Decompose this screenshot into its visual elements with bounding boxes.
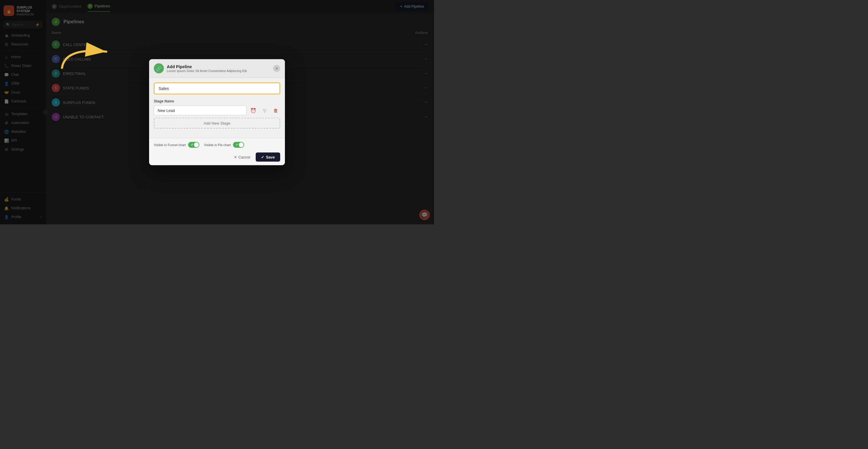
modal-subtitle: Lorem Ipsum Dolor Sit Amet Consectetur A…	[167, 69, 270, 73]
modal-header-icon: 🔗	[154, 63, 164, 73]
stage-row: ⏰ ▽ 🗑	[154, 106, 280, 116]
stage-delete-button[interactable]: 🗑	[271, 106, 280, 115]
add-pipeline-modal: 🔗 Add Pipeline Lorem Ipsum Dolor Sit Ame…	[149, 59, 285, 165]
save-check-icon: ✓	[261, 155, 264, 159]
pie-chart-toggle-group: Visible in Pie chart ✓	[204, 142, 244, 148]
add-new-stage-button[interactable]: Add New Stage	[154, 118, 280, 129]
cancel-x-icon: ✕	[234, 155, 237, 159]
modal-title: Add Pipeline	[167, 64, 270, 69]
stage-section-label: Stage Name	[154, 99, 280, 103]
funnel-chart-toggle[interactable]: ✓	[188, 142, 199, 148]
cancel-button[interactable]: ✕ Cancel	[231, 153, 253, 161]
modal-close-button[interactable]: ×	[273, 65, 280, 72]
funnel-chart-toggle-group: Visible in Funnel chart ✓	[154, 142, 199, 148]
pie-toggle-label: Visible in Pie chart	[204, 143, 230, 147]
pie-chart-toggle[interactable]: ✓	[233, 142, 244, 148]
stage-name-input[interactable]	[154, 106, 247, 116]
modal-footer: Visible in Funnel chart ✓ Visible in Pie…	[149, 138, 285, 165]
stage-timer-button[interactable]: ⏰	[249, 106, 258, 115]
modal-header-text: Add Pipeline Lorem Ipsum Dolor Sit Amet …	[167, 64, 270, 73]
funnel-toggle-label: Visible in Funnel chart	[154, 143, 186, 147]
pipeline-name-input[interactable]	[154, 83, 280, 94]
save-button[interactable]: ✓ Save	[256, 153, 280, 162]
modal-header: 🔗 Add Pipeline Lorem Ipsum Dolor Sit Ame…	[149, 59, 285, 78]
modal-footer-actions: ✕ Cancel ✓ Save	[231, 153, 280, 162]
stage-filter-button[interactable]: ▽	[260, 106, 269, 115]
modal-body: Stage Name ⏰ ▽ 🗑 Add New Stage	[149, 78, 285, 138]
